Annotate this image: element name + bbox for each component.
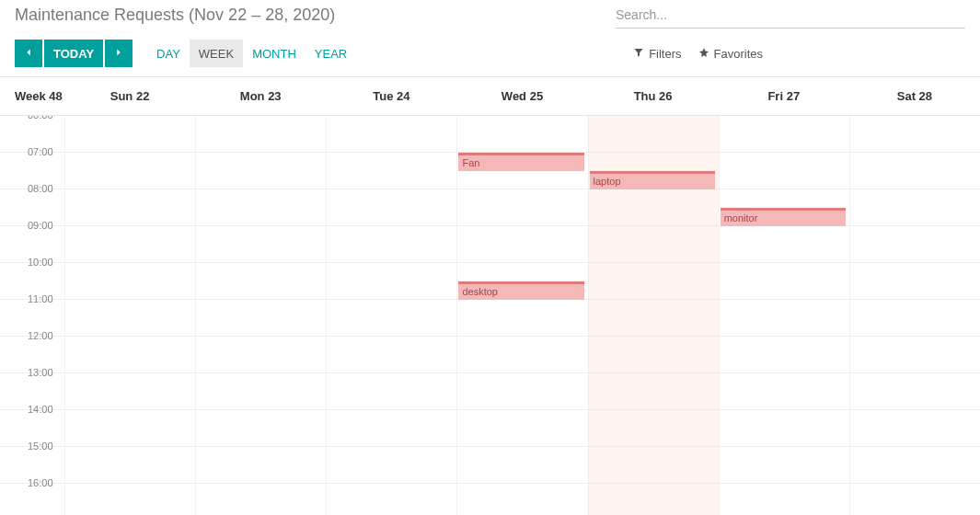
- calendar-cell[interactable]: [456, 189, 587, 225]
- calendar-cell[interactable]: [719, 447, 849, 483]
- filters-button[interactable]: Filters: [633, 47, 681, 61]
- calendar-cell[interactable]: [326, 410, 456, 446]
- day-header[interactable]: Mon 23: [195, 89, 326, 103]
- calendar-cell[interactable]: [326, 263, 456, 299]
- calendar-cell[interactable]: [849, 300, 980, 336]
- calendar-cell[interactable]: [719, 300, 849, 336]
- calendar-cell[interactable]: [849, 226, 980, 262]
- calendar-cell[interactable]: [326, 373, 456, 409]
- calendar-cell[interactable]: [326, 226, 456, 262]
- today-button[interactable]: TODAY: [44, 40, 103, 67]
- calendar-cell[interactable]: [588, 410, 719, 446]
- calendar-cell[interactable]: [456, 300, 587, 336]
- calendar-event[interactable]: laptop: [590, 171, 715, 189]
- view-mode-week[interactable]: WEEK: [190, 40, 243, 67]
- calendar-cell[interactable]: [849, 373, 980, 409]
- calendar-cell[interactable]: [588, 116, 719, 152]
- calendar-cell[interactable]: [719, 373, 849, 409]
- calendar-cell[interactable]: [849, 484, 980, 515]
- prev-button[interactable]: [15, 40, 42, 67]
- day-header[interactable]: Sun 22: [64, 89, 195, 103]
- calendar-cell[interactable]: [588, 226, 719, 262]
- day-header[interactable]: Sat 28: [849, 89, 980, 103]
- calendar-cell[interactable]: [326, 337, 456, 372]
- hour-label: 11:00: [0, 293, 64, 329]
- calendar-cell[interactable]: [719, 116, 849, 152]
- calendar-cell[interactable]: [195, 373, 326, 409]
- calendar-cell[interactable]: [719, 263, 849, 299]
- calendar-cell[interactable]: [849, 189, 980, 225]
- calendar-cell[interactable]: [849, 410, 980, 446]
- calendar-cell[interactable]: [195, 447, 326, 483]
- calendar-cell[interactable]: [456, 373, 587, 409]
- calendar-cell[interactable]: [195, 189, 326, 225]
- favorites-button[interactable]: Favorites: [698, 47, 763, 61]
- calendar-cell[interactable]: [719, 410, 849, 446]
- calendar-cell[interactable]: [326, 300, 456, 336]
- hour-label: 15:00: [0, 441, 64, 476]
- calendar-cell[interactable]: [64, 116, 195, 152]
- day-header[interactable]: Thu 26: [588, 89, 719, 103]
- calendar-cell[interactable]: [456, 116, 587, 152]
- calendar-event[interactable]: desktop: [458, 281, 583, 300]
- calendar-cell[interactable]: [719, 153, 849, 189]
- calendar-cell[interactable]: [326, 153, 456, 189]
- calendar-cell[interactable]: [195, 263, 326, 299]
- view-mode-month[interactable]: MONTH: [243, 40, 306, 67]
- view-mode-day[interactable]: DAY: [147, 40, 190, 67]
- calendar-cell[interactable]: [719, 484, 849, 515]
- calendar-cell[interactable]: [456, 484, 587, 515]
- calendar-cell[interactable]: [64, 410, 195, 446]
- calendar-cell[interactable]: [195, 410, 326, 446]
- day-header[interactable]: Tue 24: [326, 89, 456, 103]
- hour-label: 10:00: [0, 257, 64, 292]
- calendar-cell[interactable]: [849, 447, 980, 483]
- calendar-cell[interactable]: [64, 189, 195, 225]
- next-button[interactable]: [105, 40, 133, 67]
- calendar-cell[interactable]: [64, 263, 195, 299]
- calendar-cell[interactable]: [588, 447, 719, 483]
- calendar-cell[interactable]: [456, 410, 587, 446]
- calendar-cell[interactable]: [64, 484, 195, 515]
- calendar-cell[interactable]: [588, 484, 719, 515]
- search-input[interactable]: [616, 7, 965, 22]
- calendar-cell[interactable]: [195, 484, 326, 515]
- calendar-cell[interactable]: [195, 226, 326, 262]
- calendar-cell[interactable]: [588, 189, 719, 225]
- day-header[interactable]: Fri 27: [719, 89, 849, 103]
- arrow-left-icon: [22, 46, 35, 62]
- calendar-cell[interactable]: [64, 447, 195, 483]
- calendar-cell[interactable]: [588, 373, 719, 409]
- calendar-cell[interactable]: [849, 263, 980, 299]
- calendar-event[interactable]: monitor: [721, 208, 846, 226]
- calendar-cell[interactable]: [326, 447, 456, 483]
- calendar-cell[interactable]: [456, 226, 587, 262]
- calendar-cell[interactable]: [849, 153, 980, 189]
- hour-row: 12:00: [0, 337, 980, 373]
- day-header[interactable]: Wed 25: [456, 89, 587, 103]
- calendar-cell[interactable]: [588, 337, 719, 372]
- calendar-cell[interactable]: [849, 116, 980, 152]
- calendar-body[interactable]: 06:0007:0008:0009:0010:0011:0012:0013:00…: [0, 116, 980, 515]
- calendar-event[interactable]: Fan: [458, 153, 583, 171]
- calendar-cell[interactable]: [64, 337, 195, 372]
- view-mode-year[interactable]: YEAR: [306, 40, 356, 67]
- calendar-cell[interactable]: [326, 189, 456, 225]
- calendar-cell[interactable]: [195, 337, 326, 372]
- calendar-cell[interactable]: [195, 153, 326, 189]
- calendar-cell[interactable]: [64, 226, 195, 262]
- calendar-cell[interactable]: [64, 153, 195, 189]
- calendar-cell[interactable]: [456, 337, 587, 372]
- calendar-cell[interactable]: [719, 337, 849, 372]
- calendar-cell[interactable]: [64, 300, 195, 336]
- calendar-cell[interactable]: [719, 226, 849, 262]
- calendar-cell[interactable]: [195, 300, 326, 336]
- calendar-cell[interactable]: [195, 116, 326, 152]
- calendar-cell[interactable]: [326, 116, 456, 152]
- calendar-cell[interactable]: [588, 300, 719, 336]
- calendar-cell[interactable]: [64, 373, 195, 409]
- calendar-cell[interactable]: [588, 263, 719, 299]
- calendar-cell[interactable]: [849, 337, 980, 372]
- calendar-cell[interactable]: [326, 484, 456, 515]
- calendar-cell[interactable]: [456, 447, 587, 483]
